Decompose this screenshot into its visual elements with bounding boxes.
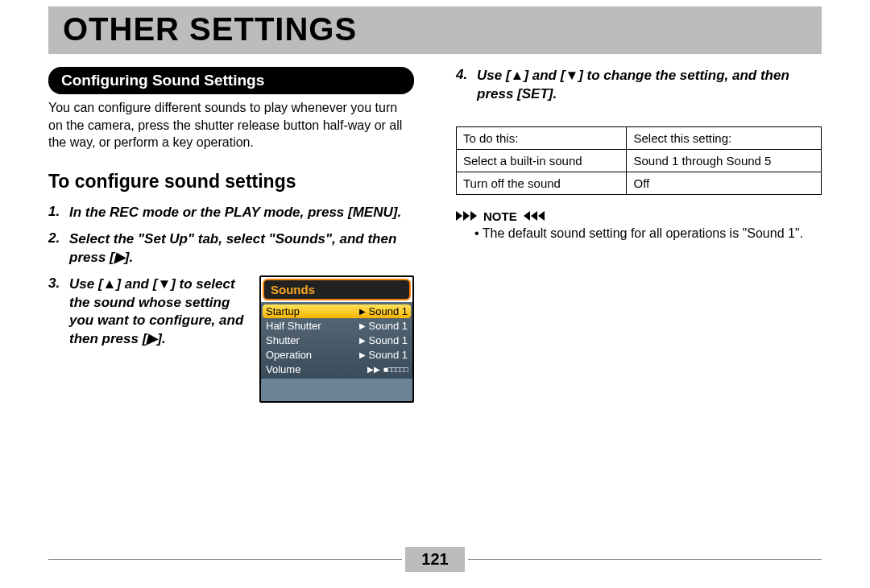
step-number: 1. <box>48 204 69 220</box>
right-column: 4. Use [▲] and [▼] to change the setting… <box>456 67 822 411</box>
chevron-right-icon: ▶ <box>359 307 366 316</box>
footer-rule <box>48 559 402 560</box>
step-4: 4. Use [▲] and [▼] to change the setting… <box>456 67 822 104</box>
step-text: Select the "Set Up" tab, select "Sounds"… <box>69 230 414 267</box>
chevron-right-icon: ▶ <box>359 336 366 345</box>
table-row: Turn off the sound Off <box>457 172 822 194</box>
note-arrows-right-icon <box>456 211 477 221</box>
steps-list: 1. In the REC mode or the PLAY mode, pre… <box>48 204 414 403</box>
camera-screenshot: Sounds Startup ▶ Sound 1 Half Shutter ▶ <box>259 275 414 403</box>
screenshot-row-startup: Startup ▶ Sound 1 <box>263 304 411 318</box>
step-3: 3. Use [▲] and [▼] to select the sound w… <box>48 275 414 403</box>
footer: 121 <box>48 547 822 572</box>
table-row: Select a built-in sound Sound 1 through … <box>457 149 822 172</box>
section-title: OTHER SETTINGS <box>63 11 807 48</box>
left-column: Configuring Sound Settings You can confi… <box>48 67 414 411</box>
note-heading: NOTE <box>456 209 822 223</box>
chevron-right-icon: ▶ <box>359 321 366 330</box>
step-number: 4. <box>456 67 477 83</box>
table-header: To do this: <box>457 126 627 149</box>
section-header: OTHER SETTINGS <box>48 6 822 54</box>
note-arrows-left-icon <box>524 211 545 221</box>
step-1: 1. In the REC mode or the PLAY mode, pre… <box>48 204 414 222</box>
footer-rule <box>468 559 822 560</box>
chevron-right-icon: ▶▶ <box>367 365 380 374</box>
screenshot-row-volume: Volume ▶▶ ■□□□□□ <box>263 362 411 376</box>
step-2: 2. Select the "Set Up" tab, select "Soun… <box>48 230 414 267</box>
chevron-right-icon: ▶ <box>359 350 366 359</box>
step-text: Use [▲] and [▼] to select the sound whos… <box>69 275 246 350</box>
procedure-title: To configure sound settings <box>48 171 414 193</box>
screenshot-title: Sounds <box>263 279 411 300</box>
intro-text: You can configure different sounds to pl… <box>48 99 414 151</box>
page-number: 121 <box>405 547 464 572</box>
screenshot-row-half-shutter: Half Shutter ▶ Sound 1 <box>263 319 411 333</box>
step-number: 3. <box>48 275 69 292</box>
subsection-pill: Configuring Sound Settings <box>48 67 414 94</box>
note-body: • The default sound setting for all oper… <box>456 225 822 242</box>
screenshot-bottom-strip <box>261 379 412 401</box>
step-text: Use [▲] and [▼] to change the setting, a… <box>477 67 822 104</box>
table-header-row: To do this: Select this setting: <box>457 126 822 149</box>
table-header: Select this setting: <box>627 126 822 149</box>
settings-table: To do this: Select this setting: Select … <box>456 126 822 195</box>
screenshot-row-shutter: Shutter ▶ Sound 1 <box>263 333 411 347</box>
screenshot-row-operation: Operation ▶ Sound 1 <box>263 348 411 362</box>
step-number: 2. <box>48 230 69 246</box>
note-label: NOTE <box>483 209 517 223</box>
step-text: In the REC mode or the PLAY mode, press … <box>69 204 401 222</box>
volume-bar-icon: ■□□□□□ <box>383 365 408 374</box>
